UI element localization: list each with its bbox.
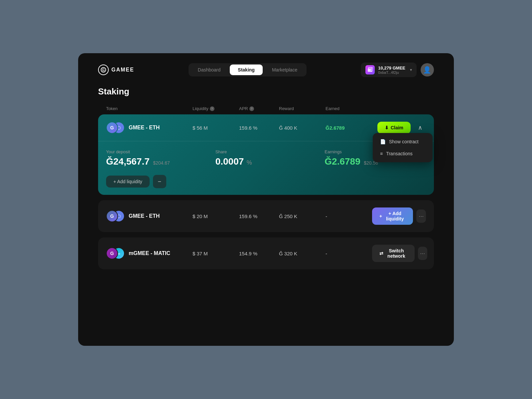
card-main-row-3: G ∞ mGMEE - MATIC $ 37 M 154.9 % Ğ 320 K… [98,237,434,269]
apr-info-icon[interactable]: ? [249,106,254,111]
apr-1: 159.6 % [239,125,279,131]
reward-3: Ğ 320 K [279,251,326,256]
content: Staking Token Liquidity ? APR ? Reward E… [78,86,454,269]
token-icons-1: G ⬡ [106,122,125,134]
earned-1: Ğ2.6789 [326,125,372,131]
share-pct: % [247,159,252,166]
app-window: G GAMEE Dashboard Staking Marketplace 10… [78,53,454,346]
collapse-button[interactable]: ∧ [414,122,426,134]
nav-tabs: Dashboard Staking Marketplace [189,63,307,76]
contract-icon: 📄 [380,139,386,144]
token-icon-gmee-2: G [106,210,118,222]
apr-3: 154.9 % [239,251,279,256]
share-stat: Share 0.0007 % [215,149,317,167]
page-title: Staking [98,86,434,97]
logo-text: GAMEE [111,67,134,73]
avatar[interactable]: 👤 [421,63,434,76]
add-liquidity-button-2[interactable]: + + Add liquidity [372,207,413,225]
reward-1: Ğ 400 K [279,125,326,131]
share-label: Share [215,149,317,154]
earned-2: - [326,213,372,219]
token-info-1: G ⬡ GMEE - ETH [106,122,193,134]
token-name-2: GMEE - ETH [129,213,160,219]
claim-button[interactable]: ⬇ Claim [377,122,411,134]
dropdown-menu: 📄 Show contract ≡ Transactions [373,133,433,162]
earnings-value: Ğ2.6789 [325,156,360,167]
staking-card-2: G ⬡ GMEE - ETH $ 20 M 159.6 % Ğ 250 K - … [98,200,434,232]
more-button-2[interactable]: ··· [416,209,426,223]
earned-3: - [326,251,372,256]
col-token: Token [106,106,193,111]
remove-liquidity-button[interactable]: − [153,175,166,188]
wallet-info[interactable]: 10,279 GMEE 0xbaT...4f2ju ▾ [361,63,417,77]
svg-rect-3 [371,69,372,70]
liquidity-1: $ 56 M [193,125,239,131]
card-actions-3: ⇄ Switch network ··· [372,245,427,262]
add-liquidity-button-1[interactable]: + Add liquidity [106,176,150,188]
token-icon-mgmee: G [106,247,118,259]
wallet-details: 10,279 GMEE 0xbaT...4f2ju [378,66,405,74]
tab-dashboard[interactable]: Dashboard [190,65,229,75]
header-right: 10,279 GMEE 0xbaT...4f2ju ▾ 👤 [361,63,434,77]
token-icon-gmee-1: G [106,122,118,134]
download-icon: ⬇ [385,125,389,130]
liquidity-info-icon[interactable]: ? [210,106,214,111]
card-actions-1: ⬇ Claim ∧ [372,122,426,134]
staking-card-3: G ∞ mGMEE - MATIC $ 37 M 154.9 % Ğ 320 K… [98,237,434,269]
token-info-2: G ⬡ GMEE - ETH [106,210,193,222]
liquidity-2: $ 20 M [193,213,239,219]
liquidity-3: $ 37 M [193,251,239,256]
table-header: Token Liquidity ? APR ? Reward Earned [98,106,434,114]
wallet-balance: 10,279 GMEE [378,66,405,70]
col-apr: APR ? [239,106,279,111]
header: G GAMEE Dashboard Staking Marketplace 10… [78,53,454,86]
deposit-value: Ğ24,567.7 [106,156,150,167]
card-actions-2: + + Add liquidity ··· [372,207,426,225]
wallet-address: 0xbaT...4f2ju [378,70,405,74]
chevron-down-icon: ▾ [410,67,412,72]
logo: G GAMEE [98,65,134,75]
reward-2: Ğ 250 K [279,213,326,219]
logo-icon: G [98,65,109,75]
col-liquidity: Liquidity ? [193,106,239,111]
expanded-actions: + Add liquidity − [106,175,426,188]
tab-staking[interactable]: Staking [230,65,263,75]
more-button-3[interactable]: ··· [418,247,427,260]
share-value: 0.0007 [215,156,244,167]
deposit-usd: $204.67 [153,160,170,166]
apr-2: 159.6 % [239,213,279,219]
wallet-icon [365,65,375,74]
col-reward: Reward [279,106,326,111]
token-icons-3: G ∞ [106,247,125,259]
token-info-3: G ∞ mGMEE - MATIC [106,247,193,259]
card-main-row-2: G ⬡ GMEE - ETH $ 20 M 159.6 % Ğ 250 K - … [98,200,434,232]
col-earned: Earned [326,106,372,111]
switch-network-button[interactable]: ⇄ Switch network [372,245,415,262]
token-icons-2: G ⬡ [106,210,125,222]
dropdown-show-contract[interactable]: 📄 Show contract [375,136,430,148]
switch-icon: ⇄ [379,251,383,256]
transactions-icon: ≡ [380,151,383,156]
deposit-stat: Your deposit Ğ24,567.7 $204.67 [106,149,207,167]
tab-marketplace[interactable]: Marketplace [264,65,305,75]
token-name-1: GMEE - ETH [129,125,160,131]
token-name-3: mGMEE - MATIC [129,250,170,256]
svg-text:G: G [102,68,105,72]
dropdown-transactions[interactable]: ≡ Transactions [375,148,430,160]
deposit-label: Your deposit [106,149,207,154]
